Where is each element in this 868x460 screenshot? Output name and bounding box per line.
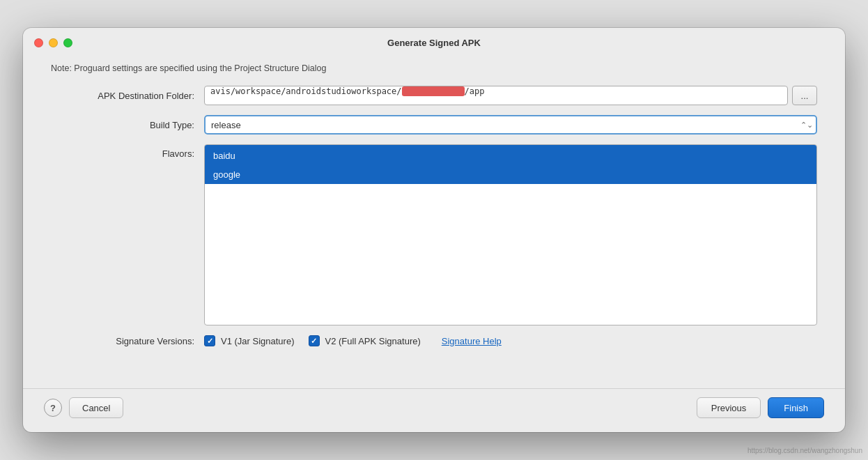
build-type-select-wrapper: release debug ⌃⌄ (204, 115, 817, 135)
signature-help-link[interactable]: Signature Help (442, 336, 502, 346)
v1-label: V1 (Jar Signature) (221, 336, 295, 346)
signature-options: V1 (Jar Signature) V2 (Full APK Signatur… (204, 335, 502, 346)
generate-signed-apk-dialog: Generate Signed APK Note: Proguard setti… (23, 28, 845, 432)
window-controls (34, 38, 72, 47)
v1-option: V1 (Jar Signature) (204, 335, 295, 346)
flavor-empty-space (205, 184, 816, 309)
note-text: Note: Proguard settings are specified us… (51, 61, 817, 76)
path-suffix-part: /app (465, 86, 485, 96)
flavor-item-google[interactable]: google (205, 165, 816, 184)
build-type-label: Build Type: (51, 120, 204, 130)
flavors-list: baidu google (204, 144, 817, 325)
dialog-title: Generate Signed APK (387, 38, 481, 48)
footer-left: ? Cancel (44, 397, 123, 418)
build-type-row: Build Type: release debug ⌃⌄ (51, 115, 817, 135)
flavor-item-baidu[interactable]: baidu (205, 145, 816, 165)
maximize-button[interactable] (63, 38, 72, 47)
signature-versions-label: Signature Versions: (51, 336, 204, 346)
v2-checkbox[interactable] (309, 335, 320, 346)
flavors-row: Flavors: baidu google (51, 144, 817, 325)
finish-button[interactable]: Finish (768, 397, 824, 418)
signature-versions-row: Signature Versions: V1 (Jar Signature) V… (51, 335, 817, 346)
build-type-select[interactable]: release debug (204, 115, 817, 135)
cancel-button[interactable]: Cancel (69, 397, 123, 418)
v2-label: V2 (Full APK Signature) (325, 336, 421, 346)
apk-destination-row: APK Destination Folder: avis/workspace/a… (51, 86, 817, 105)
apk-path-display: avis/workspace/androidstudioworkspace/ /… (204, 86, 788, 105)
apk-destination-field: avis/workspace/androidstudioworkspace/ /… (204, 86, 817, 105)
minimize-button[interactable] (49, 38, 58, 47)
close-button[interactable] (34, 38, 43, 47)
browse-button[interactable]: ... (792, 86, 817, 105)
flavors-label: Flavors: (51, 144, 204, 159)
dialog-footer: ? Cancel Previous Finish (23, 388, 845, 432)
titlebar: Generate Signed APK (23, 28, 845, 55)
path-visible-part: avis/workspace/androidstudioworkspace/ (210, 86, 402, 96)
watermark-text: https://blog.csdn.net/wangzhongshun (747, 447, 862, 454)
v1-checkbox[interactable] (204, 335, 215, 346)
dialog-content: Note: Proguard settings are specified us… (23, 55, 845, 384)
footer-right: Previous Finish (697, 397, 824, 418)
path-redacted-part (402, 86, 465, 96)
build-type-field: release debug ⌃⌄ (204, 115, 817, 135)
v2-option: V2 (Full APK Signature) (309, 335, 421, 346)
previous-button[interactable]: Previous (697, 397, 761, 418)
help-button[interactable]: ? (44, 399, 62, 417)
apk-destination-label: APK Destination Folder: (51, 91, 204, 101)
